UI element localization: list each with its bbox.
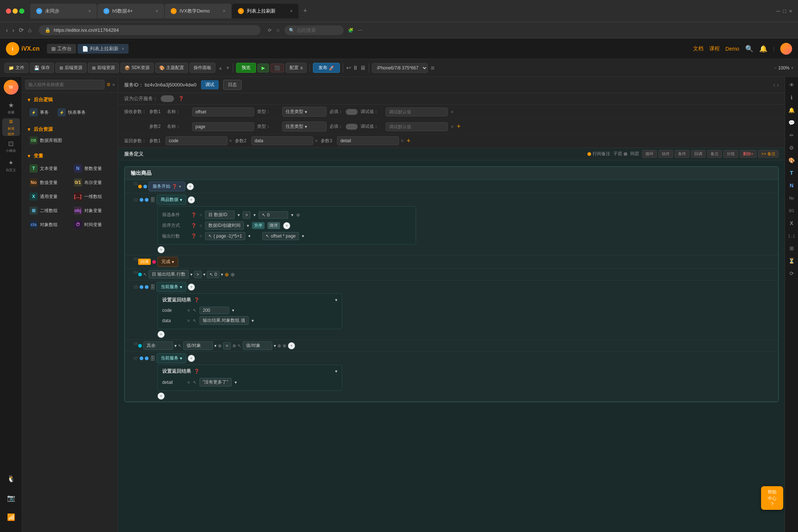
tab-close-1[interactable]: × [88,8,91,14]
filter-op[interactable]: > [243,211,250,219]
docs-link[interactable]: 文档 [693,45,703,52]
code-val[interactable]: 200 [200,307,229,314]
return-param2-delete[interactable]: × [315,138,318,144]
undo-icon[interactable]: ↩ [346,64,351,71]
left-icon-wifi[interactable]: 📶 [2,508,20,526]
desktop-icon[interactable]: 🖥 [360,65,366,71]
collapse-else[interactable]: ⊕ [283,343,286,348]
add-param-btn[interactable]: + [457,123,461,130]
result-collapse-2[interactable]: ▾ [335,369,337,374]
output-expr1[interactable]: ↖ ( page -1)*5+1 [205,232,245,240]
comp-bool-var[interactable]: 0/1 布尔变量 [71,176,114,189]
arrow-up[interactable]: ▲ [218,65,223,71]
help-btn[interactable]: 帮助 中心 ? [761,486,783,510]
current-service-node1[interactable]: 当前服务 ▾ [157,282,186,292]
row05-bottom-add[interactable]: + [157,331,165,338]
desc-btn[interactable]: 降序 [267,222,280,229]
demo-link[interactable]: Demo [726,46,739,52]
expand-cond[interactable]: ⊕ [225,272,229,277]
browser-tab-4[interactable]: i 列表上拉刷新 × [232,4,299,18]
cond-op[interactable]: > [194,271,202,278]
return-param1-delete[interactable]: × [229,138,232,144]
row02-add-btn[interactable]: + [188,196,195,204]
browser-tab-1[interactable]: W 未同步 × [30,4,97,18]
filter-icon[interactable]: ≡ [107,81,110,88]
condition-btn[interactable]: 条件 [675,150,689,158]
rs-refresh-icon[interactable]: ⟳ [787,268,797,279]
rs-edit-icon[interactable]: ✏ [787,130,797,140]
expand-filter[interactable]: ⊕ [296,212,300,218]
backend-res-btn[interactable]: ⊞ 后端资源 [55,63,86,73]
param1-debug-input[interactable] [386,108,448,116]
nav-back-arrow[interactable]: ‹ [773,82,775,88]
rs-no-icon[interactable]: No [787,193,797,203]
comp-time-var[interactable]: ⏱ 时间变量 [71,218,114,231]
rs-n-icon[interactable]: N [787,180,797,191]
menu-icon[interactable]: ⋯ [358,28,362,33]
param2-delete-btn[interactable]: × [451,124,454,130]
window-close[interactable]: × [789,8,792,14]
return-param1-input[interactable] [166,136,228,145]
ops-btn[interactable]: 操作面板 [190,63,215,73]
nav-back[interactable]: ‹ [6,27,8,34]
cond-right[interactable]: ↖ 0 [207,271,220,278]
workspace-btn[interactable]: ⊞ 工作台 [47,44,76,54]
param2-required-toggle[interactable] [346,124,358,130]
courses-link[interactable]: 课程 [709,45,720,52]
rs-bell-icon[interactable]: 🔔 [787,105,797,115]
left-icon-penguin[interactable]: 🐧 [2,470,20,488]
sort-field[interactable]: 数据ID/创建时间 [205,221,244,230]
log-btn[interactable]: 日志 [223,80,242,90]
comp-int-var[interactable]: N 整数变量 [71,162,114,175]
return-param3-delete[interactable]: × [400,138,403,144]
sdk-btn[interactable]: 📦 SDK资源 [120,63,154,73]
pause-icon[interactable]: ⏸ [352,65,358,71]
loop-btn[interactable]: 循环 [642,150,657,158]
filter-cursor-icon[interactable]: ↖ 0 [259,211,288,219]
new-tab-btn[interactable]: + [299,5,311,17]
nav-forward-arrow[interactable]: › [777,82,779,88]
public-toggle[interactable] [161,95,174,102]
window-minimize[interactable]: ─ [776,8,780,14]
preview-btn[interactable]: 预览 [236,63,256,73]
expand-else[interactable]: ⊕ [218,343,222,348]
row07-bottom-add[interactable]: + [157,392,165,400]
window-maximize[interactable]: □ [783,8,786,14]
param1-type-select[interactable]: 任意类型 ▾ [282,107,327,117]
else-left[interactable]: 值/对象 [183,341,213,350]
left-icon-camera[interactable]: 📷 [2,489,20,507]
datasource-node[interactable]: 商品数据 ▾ [157,195,186,205]
row07-add-btn[interactable]: + [188,355,195,362]
comment-btn[interactable]: >> 备注 [758,150,779,158]
rs-settings-icon[interactable]: ⚙ [787,143,797,153]
user-avatar[interactable] [780,43,792,55]
row05-add-btn[interactable]: + [188,283,195,291]
comp-transaction[interactable]: ⚡ 事务 [27,106,52,119]
row01-add-btn[interactable]: + [187,183,194,190]
backend-logic-title[interactable]: ▼ 后台逻辑 [27,95,113,105]
current-service-node2[interactable]: 当前服务 ▾ [157,353,186,363]
action-btn-action[interactable]: 动作 [658,150,673,158]
comp-text-var[interactable]: T 文本变量 [27,162,69,175]
else-op[interactable]: = [223,342,231,349]
return-param2-input[interactable] [251,136,313,145]
cond-left[interactable]: 目 输出结果.行数 [149,270,189,279]
data-val[interactable]: 输出结果.对象数组.值 [200,316,249,325]
browser-tab-3[interactable]: i IVX教学Demo × [165,4,231,18]
result-collapse[interactable]: ▾ [335,297,337,303]
rs-grid-icon[interactable]: ⊞ [787,243,797,253]
collapse-cond[interactable]: ⊕ [231,272,235,277]
left-icon-backend[interactable]: ≡ 标准 组件 [2,118,20,136]
rs-message-icon[interactable]: 💬 [787,117,797,128]
comp-quick-transaction[interactable]: ⚡ 快表事务 [55,106,89,119]
bell-icon[interactable]: 🔔 [759,45,767,53]
page-tab-close[interactable]: × [122,46,124,51]
filter-field[interactable]: 目 数据ID [205,211,235,219]
output-expr2[interactable]: ↖ offset * page [262,232,299,240]
comp-1d-arr[interactable]: […] 一维数组 [71,190,114,203]
else-right[interactable]: 值/对象 [243,341,272,350]
comp-generic-var[interactable]: X 通用变量 [27,190,69,203]
param1-name-input[interactable] [192,108,254,116]
detail-val[interactable]: "没有更多了" [200,378,232,386]
rs-t-icon[interactable]: T [787,168,797,178]
